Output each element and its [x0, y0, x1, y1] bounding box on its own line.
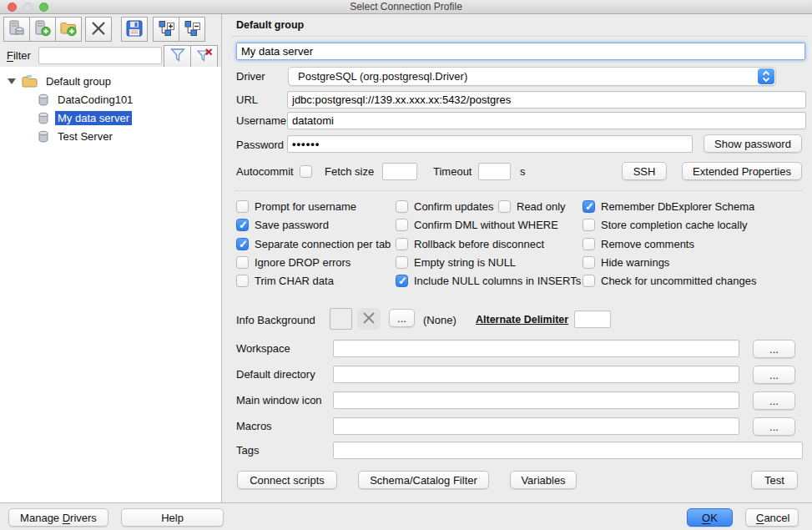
url-input[interactable] — [287, 91, 806, 109]
checkbox-empty-string-is-null[interactable]: Empty string is NULL — [396, 255, 516, 270]
new-folder-icon — [59, 19, 78, 40]
checkbox-confirm-dml-without-where[interactable]: Confirm DML without WHERE — [396, 217, 558, 232]
driver-value: PostgreSQL (org.postgresql.Driver) — [289, 70, 757, 83]
connect-scripts-button[interactable]: Connect scripts — [237, 471, 337, 489]
checkbox-box — [236, 200, 249, 213]
checkbox-box — [236, 275, 249, 287]
schema-catalog-filter-button[interactable]: Schema/Catalog Filter — [358, 471, 489, 489]
checkbox-include-null-columns[interactable]: Include NULL columns in INSERTs — [396, 273, 581, 288]
checkbox-autocommit[interactable]: Autocommit — [236, 164, 312, 179]
checkbox-read-only[interactable]: Read only — [498, 199, 566, 214]
collapse-groups-button[interactable] — [179, 17, 205, 42]
checkbox-check-for-uncommitted-changes[interactable]: Check for uncommitted changes — [583, 273, 756, 288]
checkbox-rollback-before-disconnect[interactable]: Rollback before disconnect — [396, 236, 544, 251]
checkbox-separate-connection-per-tab[interactable]: Separate connection per tab — [236, 236, 391, 251]
clear-filter-button[interactable] — [190, 45, 218, 68]
profiles-toolbar — [3, 17, 205, 42]
username-label: Username — [236, 114, 286, 127]
clear-color-icon — [361, 310, 376, 328]
default-directory-input[interactable] — [333, 366, 739, 383]
profiles-pane: Filter — [0, 14, 222, 502]
info-background-value: (None) — [423, 314, 456, 326]
variables-button[interactable]: Variables — [510, 471, 577, 489]
funnel-clear-icon — [196, 48, 213, 65]
window-title: Select Connection Profile — [0, 1, 812, 13]
show-password-button[interactable]: Show password — [704, 134, 802, 153]
tree-item-my-data-server[interactable]: My data server — [0, 109, 221, 127]
test-button[interactable]: Test — [751, 471, 798, 489]
main-window-icon-input[interactable] — [333, 391, 739, 409]
ssh-button[interactable]: SSH — [622, 162, 667, 180]
delete-icon — [90, 20, 107, 39]
driver-select[interactable]: PostgreSQL (org.postgresql.Driver) — [288, 67, 776, 86]
new-profile-group-button[interactable] — [55, 17, 82, 42]
checkbox-box — [583, 219, 595, 231]
fetch-size-input[interactable] — [382, 163, 417, 180]
macros-browse-button[interactable]: ... — [753, 417, 795, 436]
workspace-input[interactable] — [333, 340, 739, 357]
checkbox-remember-dbexplorer-schema[interactable]: Remember DbExplorer Schema — [583, 199, 754, 214]
cancel-button[interactable]: Cancel — [745, 508, 799, 527]
checkbox-store-completion-cache[interactable]: Store completion cache locally — [583, 217, 748, 232]
profile-name-input[interactable] — [236, 43, 805, 60]
default-directory-browse-button[interactable]: ... — [753, 366, 795, 384]
select-connection-profile-dialog: Select Connection Profile — [0, 0, 812, 530]
database-icon — [38, 93, 49, 106]
collapse-tree-icon — [183, 19, 201, 40]
pick-color-button[interactable]: ... — [389, 309, 415, 327]
checkbox-hide-warnings[interactable]: Hide warnings — [583, 255, 669, 270]
checkbox-box — [583, 200, 595, 213]
workspace-browse-button[interactable]: ... — [753, 340, 795, 358]
macros-label: Macros — [236, 420, 272, 432]
tree-item-label: My data server — [55, 111, 132, 125]
save-profiles-button[interactable] — [121, 17, 148, 42]
checkbox-ignore-drop-errors[interactable]: Ignore DROP errors — [236, 255, 351, 270]
help-button[interactable]: Help — [121, 508, 224, 527]
header-divider — [231, 36, 807, 37]
database-icon — [38, 112, 49, 124]
password-label: Password — [236, 139, 284, 151]
checkbox-box — [583, 275, 595, 287]
manage-drivers-button[interactable]: Manage Drivers — [8, 508, 108, 527]
apply-filter-button[interactable] — [164, 45, 191, 68]
checkbox-trim-char-data[interactable]: Trim CHAR data — [236, 273, 334, 288]
main-window-icon-browse-button[interactable]: ... — [753, 391, 795, 410]
tree-group-default[interactable]: Default group — [0, 72, 221, 90]
copy-profile-button[interactable] — [3, 17, 30, 42]
new-profile-button[interactable] — [29, 17, 56, 42]
delete-profile-button[interactable] — [85, 17, 112, 42]
folder-icon — [22, 74, 38, 88]
timeout-input[interactable] — [478, 163, 511, 180]
ok-button[interactable]: OK — [687, 508, 733, 527]
checkbox-box — [583, 238, 595, 250]
checkbox-box — [498, 200, 511, 213]
filter-row: Filter — [0, 44, 221, 67]
tree-group-label: Default group — [43, 74, 113, 88]
filter-input[interactable] — [38, 47, 162, 64]
clear-color-button[interactable] — [357, 308, 381, 330]
macros-input[interactable] — [333, 417, 739, 435]
profile-detail-pane: Default group Driver PostgreSQL (org.pos… — [223, 14, 812, 502]
username-input[interactable] — [287, 112, 806, 129]
tree-item-datacoding101[interactable]: DataCoding101 — [0, 90, 221, 109]
driver-label: Driver — [236, 70, 265, 83]
options-divider — [235, 190, 804, 191]
tags-input[interactable] — [333, 442, 803, 459]
expand-groups-button[interactable] — [153, 17, 179, 42]
checkbox-remove-comments[interactable]: Remove comments — [583, 236, 694, 251]
extended-properties-button[interactable]: Extended Properties — [682, 162, 802, 180]
new-profile-icon — [33, 19, 52, 40]
checkbox-box — [236, 256, 249, 269]
checkbox-confirm-updates[interactable]: Confirm updates — [396, 199, 493, 214]
disclosure-triangle-icon[interactable] — [8, 78, 16, 84]
tags-label: Tags — [236, 444, 259, 457]
checkbox-prompt-for-username[interactable]: Prompt for username — [236, 199, 356, 214]
timeout-unit-label: s — [520, 165, 526, 178]
info-background-swatch[interactable] — [330, 308, 352, 330]
password-input[interactable] — [287, 135, 693, 153]
dialog-footer: Manage Drivers Help OK Cancel — [0, 502, 812, 530]
alternate-delimiter-input[interactable] — [574, 310, 611, 328]
checkbox-box — [396, 200, 408, 213]
checkbox-save-password[interactable]: Save password — [236, 217, 329, 232]
tree-item-test-server[interactable]: Test Server — [0, 127, 221, 145]
